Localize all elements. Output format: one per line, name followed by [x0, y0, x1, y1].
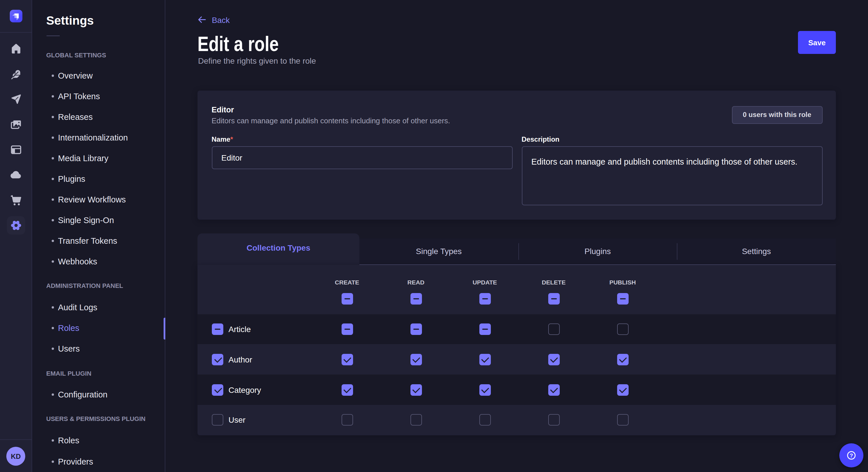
svg-text:?: ?: [849, 452, 853, 459]
